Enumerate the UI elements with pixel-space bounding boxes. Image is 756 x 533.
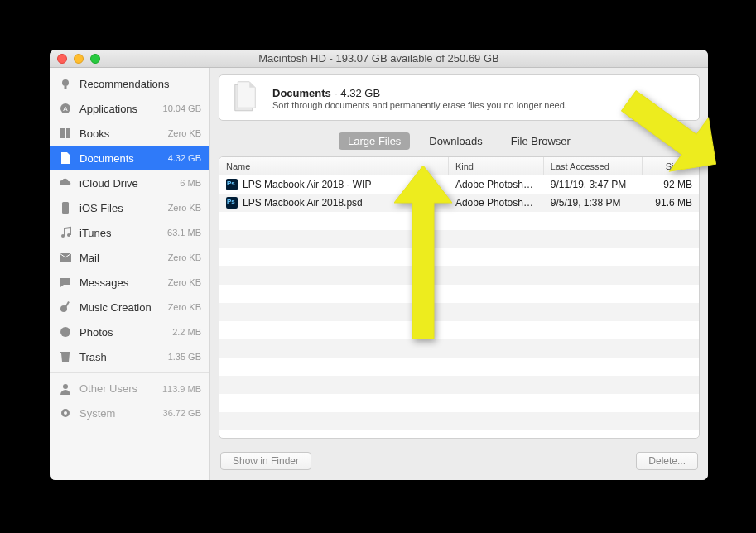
sidebar-item-meta: 63.1 MB	[167, 228, 201, 238]
tab-file-browser[interactable]: File Browser	[502, 132, 580, 150]
column-header-size-label: Size	[666, 161, 683, 171]
empty-row	[219, 412, 699, 430]
sidebar-item-meta: Zero KB	[168, 252, 201, 262]
file-kind: Adobe Photoshop...	[449, 197, 544, 209]
tab-large-files[interactable]: Large Files	[339, 132, 410, 150]
column-header-last-accessed[interactable]: Last Accessed	[544, 157, 643, 175]
photoshop-file-icon: Ps	[226, 179, 238, 190]
empty-row	[219, 212, 699, 230]
svg-rect-4	[62, 202, 69, 214]
lightbulb-icon	[58, 76, 73, 91]
svg-point-13	[64, 411, 67, 415]
empty-row	[219, 321, 699, 339]
category-subtitle: Sort through documents and permanently e…	[272, 100, 691, 110]
empty-row	[219, 303, 699, 321]
sidebar-item-meta: 1.35 GB	[168, 352, 201, 362]
window-title: Macintosh HD - 193.07 GB available of 25…	[50, 52, 708, 65]
file-row[interactable]: PsLPS Macbook Air 2018 - WIPAdobe Photos…	[219, 175, 699, 194]
empty-row	[219, 394, 699, 412]
sidebar-item-label: Mail	[79, 252, 161, 264]
empty-row	[219, 248, 699, 266]
titlebar: Macintosh HD - 193.07 GB available of 25…	[50, 50, 708, 68]
mail-icon	[58, 250, 73, 265]
gear-icon	[58, 406, 73, 420]
empty-row	[219, 230, 699, 248]
show-in-finder-button[interactable]: Show in Finder	[220, 452, 311, 470]
file-name-cell: PsLPS Macbook Air 2018.psd	[219, 197, 449, 209]
sidebar-item-system[interactable]: System36.72 GB	[50, 401, 209, 425]
main-panel: Documents - 4.32 GB Sort through documen…	[210, 68, 708, 480]
svg-rect-1	[65, 86, 67, 89]
sidebar-item-mail[interactable]: MailZero KB	[50, 245, 209, 270]
empty-row	[219, 339, 699, 358]
window-body: RecommendationsAApplications10.04 GBBook…	[50, 68, 708, 480]
svg-text:A: A	[63, 105, 68, 113]
file-name: LPS Macbook Air 2018.psd	[243, 197, 363, 209]
sidebar-item-documents[interactable]: Documents4.32 GB	[50, 146, 209, 170]
file-size: 92 MB	[643, 179, 699, 190]
sidebar-item-applications[interactable]: AApplications10.04 GB	[50, 96, 209, 121]
documents-icon	[228, 80, 262, 115]
sidebar-item-recommendations[interactable]: Recommendations	[50, 71, 209, 96]
sort-descending-icon: ▼	[686, 162, 692, 170]
file-last-accessed: 9/5/19, 1:38 PM	[544, 197, 643, 209]
column-header-kind[interactable]: Kind	[449, 157, 544, 175]
tab-downloads[interactable]: Downloads	[420, 132, 491, 150]
file-name: LPS Macbook Air 2018 - WIP	[243, 179, 371, 190]
cloud-icon	[58, 175, 73, 190]
category-title: Documents	[272, 87, 331, 99]
svg-rect-9	[65, 301, 70, 308]
empty-row	[219, 285, 699, 303]
sidebar-item-label: iCloud Drive	[79, 177, 173, 190]
sidebar-item-meta: Zero KB	[168, 302, 201, 312]
file-rows[interactable]: PsLPS Macbook Air 2018 - WIPAdobe Photos…	[219, 175, 699, 438]
doc-icon	[58, 151, 73, 166]
sidebar-item-label: Photos	[79, 326, 166, 339]
book-icon	[58, 126, 73, 141]
file-list: Name Kind Last Accessed Size ▼ PsLPS Mac…	[219, 156, 700, 439]
photos-icon	[58, 324, 73, 339]
footer: Show in Finder Delete...	[210, 445, 708, 480]
sidebar-item-label: iTunes	[79, 227, 161, 239]
sidebar-item-label: Recommendations	[79, 78, 195, 90]
category-header: Documents - 4.32 GB Sort through documen…	[219, 74, 700, 121]
empty-row	[219, 266, 699, 285]
sidebar-item-other-users[interactable]: Other Users113.9 MB	[50, 372, 209, 401]
sidebar-item-photos[interactable]: Photos2.2 MB	[50, 319, 209, 344]
sidebar-item-icloud-drive[interactable]: iCloud Drive6 MB	[50, 170, 209, 195]
file-last-accessed: 9/11/19, 3:47 PM	[544, 179, 643, 190]
file-row[interactable]: PsLPS Macbook Air 2018.psdAdobe Photosho…	[219, 194, 699, 212]
sidebar-item-books[interactable]: BooksZero KB	[50, 121, 209, 146]
sidebar-item-trash[interactable]: Trash1.35 GB	[50, 344, 209, 369]
sidebar-item-messages[interactable]: MessagesZero KB	[50, 270, 209, 295]
sidebar-item-meta: Zero KB	[168, 277, 201, 287]
music-icon	[58, 225, 73, 240]
sidebar-item-meta: 113.9 MB	[162, 384, 201, 394]
sidebar-item-label: System	[79, 407, 156, 420]
trash-icon	[58, 349, 73, 364]
sidebar-item-music-creation[interactable]: Music CreationZero KB	[50, 295, 209, 319]
column-header-size[interactable]: Size ▼	[643, 157, 699, 175]
view-tabs: Large FilesDownloadsFile Browser	[210, 127, 708, 156]
sidebar-item-label: Messages	[79, 276, 161, 289]
svg-point-0	[62, 79, 69, 86]
sidebar-item-meta: 36.72 GB	[163, 408, 201, 418]
svg-point-11	[63, 384, 68, 389]
sidebar-item-label: Applications	[79, 103, 156, 115]
photoshop-file-icon: Ps	[226, 197, 238, 209]
sidebar-item-label: Music Creation	[79, 301, 161, 314]
sidebar-item-ios-files[interactable]: iOS FilesZero KB	[50, 195, 209, 220]
file-name-cell: PsLPS Macbook Air 2018 - WIP	[219, 179, 449, 190]
guitar-icon	[58, 300, 73, 315]
category-size: - 4.32 GB	[331, 87, 380, 99]
empty-row	[219, 358, 699, 376]
column-header-name[interactable]: Name	[219, 157, 449, 175]
sidebar-item-itunes[interactable]: iTunes63.1 MB	[50, 220, 209, 245]
storage-management-window: Macintosh HD - 193.07 GB available of 25…	[50, 50, 708, 480]
sidebar-item-meta: 2.2 MB	[172, 327, 201, 337]
delete-button[interactable]: Delete...	[636, 452, 698, 470]
app-icon: A	[58, 101, 73, 116]
sidebar-item-label: Other Users	[79, 382, 156, 395]
sidebar-item-meta: 10.04 GB	[163, 103, 201, 113]
sidebar-item-label: Books	[79, 127, 161, 140]
